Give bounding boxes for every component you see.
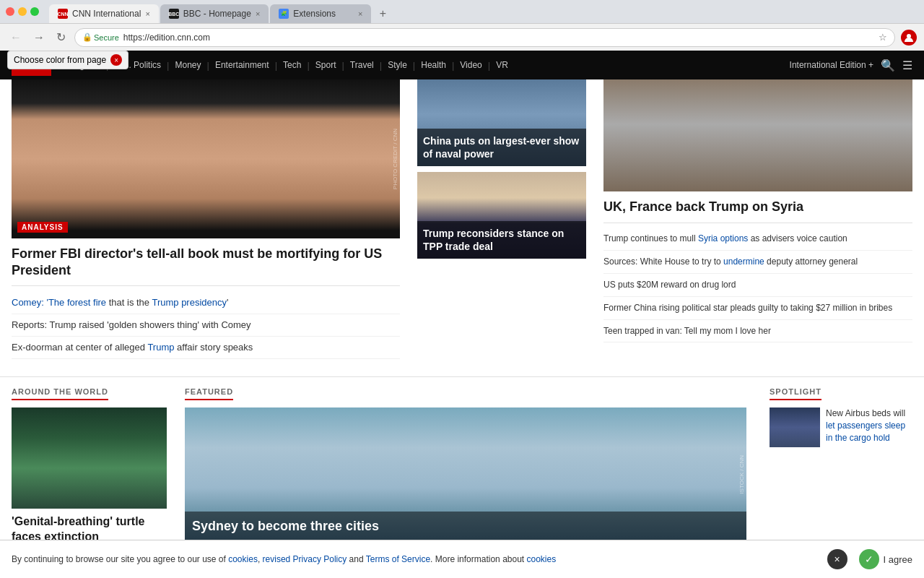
right-link-druglord[interactable]: US puts $20M reward on drug lord xyxy=(603,274,912,297)
profile-icon[interactable] xyxy=(901,30,917,46)
uk-france-image[interactable] xyxy=(603,79,912,191)
analysis-badge: ANALYSIS xyxy=(17,222,68,233)
sydney-caption: Sydney to become three cities xyxy=(185,512,746,541)
cookie-text: By continuing to browse our site you agr… xyxy=(12,553,816,566)
sydney-image[interactable]: Sydney to become three cities ISTOCK / C… xyxy=(185,407,746,541)
spotlight-title: Spotlight xyxy=(770,387,821,400)
nav-video[interactable]: Video xyxy=(454,60,487,70)
right-links: Trump continues to mull Syria options as… xyxy=(603,223,912,342)
forward-button[interactable]: → xyxy=(30,30,48,46)
around-world-title: Around the world xyxy=(12,387,108,400)
story-link-golden[interactable]: Reports: Trump raised 'golden showers th… xyxy=(12,314,400,337)
story-link-comey[interactable]: Comey: 'The forest fire that is the Trum… xyxy=(12,292,400,314)
color-picker-close-button[interactable]: × xyxy=(110,54,122,66)
browser-window: CNN CNN International × BBC BBC - Homepa… xyxy=(0,0,924,51)
cnn-favicon: CNN xyxy=(58,9,68,19)
nav-health[interactable]: Health xyxy=(415,60,452,70)
main-headline[interactable]: Former FBI director's tell-all book must… xyxy=(12,246,400,280)
new-tab-button[interactable]: + xyxy=(372,4,393,23)
reload-button[interactable]: ↻ xyxy=(53,29,69,46)
airbus-text: New Airbus beds will let passengers slee… xyxy=(826,407,912,444)
color-picker-banner: Choose color from page × xyxy=(7,51,128,69)
right-link-syria[interactable]: Trump continues to mull Syria options as… xyxy=(603,228,912,251)
nav-sport[interactable]: Sport xyxy=(310,60,342,70)
tab-ext-close[interactable]: × xyxy=(358,9,362,18)
close-icon: × xyxy=(834,553,840,565)
browser-tabs: CNN CNN International × BBC BBC - Homepa… xyxy=(49,0,393,23)
nav-style[interactable]: Style xyxy=(382,60,413,70)
back-button[interactable]: ← xyxy=(7,30,25,46)
window-controls xyxy=(6,7,39,16)
tab-cnn-label: CNN International xyxy=(72,9,141,19)
cookies-link-1[interactable]: cookies xyxy=(228,554,258,564)
nav-links: Regions | U.S. Politics | Money | Entert… xyxy=(63,60,790,71)
address-bar: ← → ↻ 🔒 Secure https://edition.cnn.com ☆ xyxy=(0,23,924,51)
right-link-china[interactable]: Former China rising political star plead… xyxy=(603,297,912,320)
main-content: ANALYSIS PHOTO CREDIT / CNN Former FBI d… xyxy=(0,79,924,578)
trump-tpp-card[interactable]: Trump reconsiders stance on TPP trade de… xyxy=(417,172,586,259)
right-link-teen[interactable]: Teen trapped in van: Tell my mom I love … xyxy=(603,320,912,343)
trump-tpp-caption: Trump reconsiders stance on TPP trade de… xyxy=(417,221,586,259)
tab-bbc[interactable]: BBC BBC - Homepage × xyxy=(160,4,269,23)
tab-ext-label: Extensions xyxy=(293,9,336,19)
bbc-favicon: BBC xyxy=(169,9,179,19)
middle-section: China puts on largest-ever show of naval… xyxy=(411,79,592,371)
nav-entertainment[interactable]: Entertainment xyxy=(209,60,275,70)
tab-cnn-close[interactable]: × xyxy=(145,9,149,18)
minimize-window-button[interactable] xyxy=(18,7,27,16)
china-naval-caption: China puts on largest-ever show of naval… xyxy=(417,129,586,166)
tab-cnn[interactable]: CNN CNN International × xyxy=(49,4,159,23)
cookies-link-2[interactable]: cookies xyxy=(527,554,557,564)
color-picker-label: Choose color from page xyxy=(14,55,106,65)
story-link-doorman[interactable]: Ex-doorman at center of alleged Trump af… xyxy=(12,337,400,359)
secure-badge: 🔒 Secure xyxy=(82,33,119,42)
right-section: UK, France back Trump on Syria Trump con… xyxy=(592,79,924,371)
right-headline[interactable]: UK, France back Trump on Syria xyxy=(603,199,912,215)
hamburger-menu-icon[interactable]: ☰ xyxy=(902,59,912,72)
turtle-image[interactable] xyxy=(12,407,167,509)
content-area: ANALYSIS PHOTO CREDIT / CNN Former FBI d… xyxy=(0,79,924,371)
browser-titlebar: CNN CNN International × BBC BBC - Homepa… xyxy=(0,0,924,23)
ext-favicon: 🧩 xyxy=(279,9,289,19)
agree-check-icon: ✓ xyxy=(859,549,879,569)
tab-bbc-close[interactable]: × xyxy=(256,9,260,18)
maximize-window-button[interactable] xyxy=(30,7,39,16)
right-link-whitehouse[interactable]: Sources: White House to try to undermine… xyxy=(603,251,912,274)
close-window-button[interactable] xyxy=(6,7,14,16)
agree-label: I agree xyxy=(884,554,912,565)
search-icon[interactable]: 🔍 xyxy=(881,59,895,72)
nav-travel[interactable]: Travel xyxy=(344,60,380,70)
story-links: Comey: 'The forest fire that is the Trum… xyxy=(12,285,400,360)
airbus-thumbnail xyxy=(770,407,820,447)
airbus-spotlight-item[interactable]: New Airbus beds will let passengers slee… xyxy=(770,407,912,447)
bookmark-icon[interactable]: ☆ xyxy=(879,32,887,43)
image-credit: PHOTO CREDIT / CNN xyxy=(392,79,398,238)
address-url: https://edition.cnn.com xyxy=(123,33,210,43)
tab-extensions[interactable]: 🧩 Extensions × xyxy=(270,4,371,23)
privacy-policy-link[interactable]: revised Privacy Policy xyxy=(263,554,347,564)
china-naval-card[interactable]: China puts on largest-ever show of naval… xyxy=(417,79,586,166)
international-edition-label[interactable]: International Edition + xyxy=(790,60,873,70)
cookie-close-button[interactable]: × xyxy=(827,549,847,569)
cookie-agree-button[interactable]: ✓ I agree xyxy=(859,549,912,569)
url-input[interactable]: 🔒 Secure https://edition.cnn.com ☆ xyxy=(74,28,895,47)
terms-of-service-link[interactable]: Terms of Service xyxy=(366,554,430,564)
fbi-director-image xyxy=(12,79,400,238)
nav-money[interactable]: Money xyxy=(170,60,207,70)
cnn-navigation: CNN Regions | U.S. Politics | Money | En… xyxy=(0,51,924,79)
tab-bbc-label: BBC - Homepage xyxy=(183,9,251,19)
nav-vr[interactable]: VR xyxy=(490,60,514,70)
left-section: ANALYSIS PHOTO CREDIT / CNN Former FBI d… xyxy=(0,79,411,371)
cookie-banner: By continuing to browse our site you agr… xyxy=(0,540,924,578)
nav-right: International Edition + 🔍 ☰ xyxy=(790,59,912,72)
featured-title: Featured xyxy=(185,387,233,400)
main-story-image[interactable]: ANALYSIS PHOTO CREDIT / CNN xyxy=(12,79,400,238)
nav-tech[interactable]: Tech xyxy=(277,60,307,70)
